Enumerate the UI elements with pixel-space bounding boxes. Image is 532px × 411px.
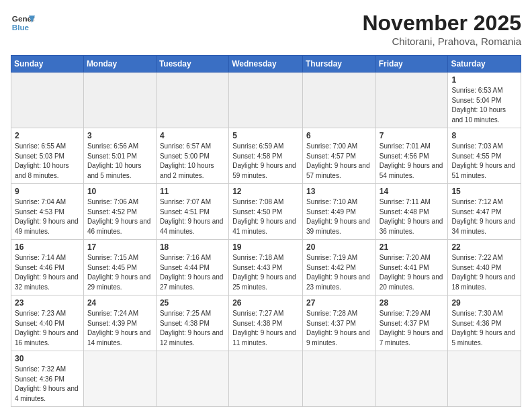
day-info: Sunrise: 7:27 AMSunset: 4:38 PMDaylight:…: [232, 309, 299, 348]
calendar-day-cell: 9Sunrise: 7:04 AMSunset: 4:53 PMDaylight…: [11, 184, 84, 240]
day-info: Sunrise: 7:18 AMSunset: 4:43 PMDaylight:…: [232, 253, 299, 292]
calendar-day-cell: 14Sunrise: 7:11 AMSunset: 4:48 PMDayligh…: [375, 184, 448, 240]
day-info: Sunrise: 7:20 AMSunset: 4:41 PMDaylight:…: [380, 253, 445, 292]
day-number: 26: [232, 298, 299, 308]
day-number: 15: [451, 187, 517, 196]
day-number: 17: [87, 242, 152, 252]
day-info: Sunrise: 6:53 AMSunset: 5:04 PMDaylight:…: [451, 86, 517, 125]
day-number: 24: [87, 298, 152, 308]
calendar-day-cell: 10Sunrise: 7:06 AMSunset: 4:52 PMDayligh…: [83, 184, 156, 240]
calendar-day-cell: 23Sunrise: 7:23 AMSunset: 4:40 PMDayligh…: [11, 295, 84, 351]
calendar-day-cell: 11Sunrise: 7:07 AMSunset: 4:51 PMDayligh…: [156, 184, 228, 240]
month-title: November 2025: [362, 11, 521, 36]
calendar-week-row: 1Sunrise: 6:53 AMSunset: 5:04 PMDaylight…: [11, 73, 521, 128]
calendar-day-cell: 2Sunrise: 6:55 AMSunset: 5:03 PMDaylight…: [11, 128, 84, 184]
calendar-day-cell: [375, 351, 448, 407]
svg-text:Blue: Blue: [12, 23, 30, 32]
day-number: 7: [380, 131, 445, 140]
day-info: Sunrise: 7:06 AMSunset: 4:52 PMDaylight:…: [87, 197, 152, 236]
day-info: Sunrise: 7:19 AMSunset: 4:42 PMDaylight:…: [306, 253, 372, 292]
calendar-day-cell: 22Sunrise: 7:22 AMSunset: 4:40 PMDayligh…: [448, 240, 521, 295]
calendar-day-cell: 6Sunrise: 7:00 AMSunset: 4:57 PMDaylight…: [302, 128, 375, 184]
calendar-day-cell: [156, 351, 228, 407]
day-number: 5: [232, 131, 299, 140]
day-number: 28: [380, 298, 445, 308]
title-block: November 2025 Chitorani, Prahova, Romani…: [362, 11, 521, 47]
calendar-day-cell: [229, 73, 303, 128]
calendar-week-row: 2Sunrise: 6:55 AMSunset: 5:03 PMDaylight…: [11, 128, 521, 184]
day-number: 27: [306, 298, 372, 308]
day-info: Sunrise: 7:23 AMSunset: 4:40 PMDaylight:…: [15, 309, 80, 348]
calendar-day-cell: 26Sunrise: 7:27 AMSunset: 4:38 PMDayligh…: [229, 295, 303, 351]
calendar-day-cell: [448, 351, 521, 407]
calendar-week-row: 16Sunrise: 7:14 AMSunset: 4:46 PMDayligh…: [11, 240, 521, 295]
calendar-day-cell: 8Sunrise: 7:03 AMSunset: 4:55 PMDaylight…: [448, 128, 521, 184]
location-title: Chitorani, Prahova, Romania: [362, 36, 521, 47]
day-info: Sunrise: 7:28 AMSunset: 4:37 PMDaylight:…: [306, 309, 372, 348]
weekday-header: Tuesday: [156, 56, 228, 73]
day-number: 12: [232, 187, 299, 196]
day-info: Sunrise: 7:08 AMSunset: 4:50 PMDaylight:…: [232, 197, 299, 236]
weekday-header: Thursday: [302, 56, 375, 73]
calendar-day-cell: [83, 73, 156, 128]
day-info: Sunrise: 7:29 AMSunset: 4:37 PMDaylight:…: [380, 309, 445, 348]
day-number: 23: [15, 298, 80, 308]
calendar-day-cell: 1Sunrise: 6:53 AMSunset: 5:04 PMDaylight…: [448, 73, 521, 128]
calendar-header-row: SundayMondayTuesdayWednesdayThursdayFrid…: [11, 56, 521, 73]
calendar-day-cell: [83, 351, 156, 407]
calendar-day-cell: 29Sunrise: 7:30 AMSunset: 4:36 PMDayligh…: [448, 295, 521, 351]
calendar-day-cell: 3Sunrise: 6:56 AMSunset: 5:01 PMDaylight…: [83, 128, 156, 184]
calendar-day-cell: 17Sunrise: 7:15 AMSunset: 4:45 PMDayligh…: [83, 240, 156, 295]
day-number: 18: [160, 242, 225, 252]
calendar-day-cell: 25Sunrise: 7:25 AMSunset: 4:38 PMDayligh…: [156, 295, 228, 351]
day-number: 8: [451, 131, 517, 140]
day-info: Sunrise: 6:55 AMSunset: 5:03 PMDaylight:…: [15, 142, 80, 181]
weekday-header: Saturday: [448, 56, 521, 73]
day-number: 9: [15, 187, 80, 196]
day-number: 11: [160, 187, 225, 196]
day-number: 1: [451, 75, 517, 85]
calendar-day-cell: [302, 73, 375, 128]
calendar-week-row: 23Sunrise: 7:23 AMSunset: 4:40 PMDayligh…: [11, 295, 521, 351]
day-info: Sunrise: 7:22 AMSunset: 4:40 PMDaylight:…: [451, 253, 517, 292]
day-info: Sunrise: 7:11 AMSunset: 4:48 PMDaylight:…: [380, 197, 445, 236]
day-number: 16: [15, 242, 80, 252]
day-info: Sunrise: 6:56 AMSunset: 5:01 PMDaylight:…: [87, 142, 152, 181]
calendar-day-cell: 19Sunrise: 7:18 AMSunset: 4:43 PMDayligh…: [229, 240, 303, 295]
day-number: 21: [380, 242, 445, 252]
day-info: Sunrise: 7:12 AMSunset: 4:47 PMDaylight:…: [451, 197, 517, 236]
calendar-day-cell: 27Sunrise: 7:28 AMSunset: 4:37 PMDayligh…: [302, 295, 375, 351]
day-info: Sunrise: 7:32 AMSunset: 4:36 PMDaylight:…: [15, 365, 80, 404]
day-number: 20: [306, 242, 372, 252]
day-info: Sunrise: 7:01 AMSunset: 4:56 PMDaylight:…: [380, 142, 445, 181]
day-info: Sunrise: 6:59 AMSunset: 4:58 PMDaylight:…: [232, 142, 299, 181]
day-info: Sunrise: 6:57 AMSunset: 5:00 PMDaylight:…: [160, 142, 225, 181]
calendar-day-cell: 28Sunrise: 7:29 AMSunset: 4:37 PMDayligh…: [375, 295, 448, 351]
day-info: Sunrise: 7:16 AMSunset: 4:44 PMDaylight:…: [160, 253, 225, 292]
calendar-day-cell: 24Sunrise: 7:24 AMSunset: 4:39 PMDayligh…: [83, 295, 156, 351]
day-number: 29: [451, 298, 517, 308]
day-number: 25: [160, 298, 225, 308]
day-number: 13: [306, 187, 372, 196]
day-number: 19: [232, 242, 299, 252]
day-info: Sunrise: 7:07 AMSunset: 4:51 PMDaylight:…: [160, 197, 225, 236]
calendar-day-cell: 13Sunrise: 7:10 AMSunset: 4:49 PMDayligh…: [302, 184, 375, 240]
day-info: Sunrise: 7:25 AMSunset: 4:38 PMDaylight:…: [160, 309, 225, 348]
logo-icon: General Blue: [11, 11, 35, 35]
day-info: Sunrise: 7:15 AMSunset: 4:45 PMDaylight:…: [87, 253, 152, 292]
day-info: Sunrise: 7:03 AMSunset: 4:55 PMDaylight:…: [451, 142, 517, 181]
day-number: 22: [451, 242, 517, 252]
calendar: SundayMondayTuesdayWednesdayThursdayFrid…: [11, 55, 521, 407]
calendar-day-cell: 16Sunrise: 7:14 AMSunset: 4:46 PMDayligh…: [11, 240, 84, 295]
calendar-day-cell: 21Sunrise: 7:20 AMSunset: 4:41 PMDayligh…: [375, 240, 448, 295]
calendar-day-cell: 7Sunrise: 7:01 AMSunset: 4:56 PMDaylight…: [375, 128, 448, 184]
day-info: Sunrise: 7:00 AMSunset: 4:57 PMDaylight:…: [306, 142, 372, 181]
day-number: 6: [306, 131, 372, 140]
calendar-day-cell: [156, 73, 228, 128]
day-number: 2: [15, 131, 80, 140]
calendar-day-cell: 20Sunrise: 7:19 AMSunset: 4:42 PMDayligh…: [302, 240, 375, 295]
day-number: 14: [380, 187, 445, 196]
logo: General Blue: [11, 11, 35, 35]
calendar-day-cell: [375, 73, 448, 128]
weekday-header: Friday: [375, 56, 448, 73]
